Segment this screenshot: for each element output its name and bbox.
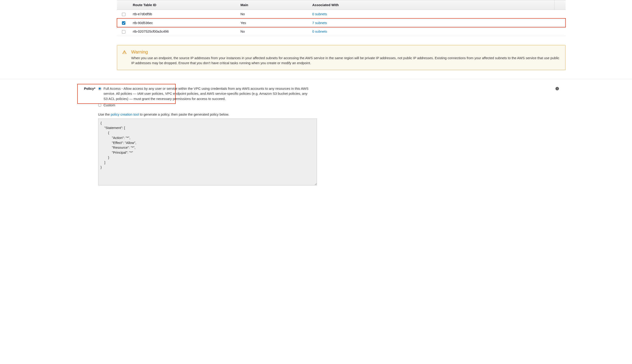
associated-with-cell: 0 subnets xyxy=(310,10,554,18)
warning-text: When you use an endpoint, the source IP … xyxy=(131,56,560,66)
table-row[interactable]: rtb-90d536ecYes7 subnets xyxy=(117,18,566,27)
route-table: Route Table ID Main Associated With rtb-… xyxy=(117,0,566,36)
route-table-id-cell: rtb-e7d0df9b xyxy=(130,10,238,18)
row-spacer xyxy=(554,27,566,36)
route-table-header-row: Route Table ID Main Associated With xyxy=(117,0,566,10)
policy-hint-prefix: Use the xyxy=(98,112,111,116)
policy-document-textarea[interactable] xyxy=(98,118,317,186)
row-checkbox[interactable] xyxy=(122,30,125,34)
row-checkbox[interactable] xyxy=(122,21,125,25)
route-table-id-cell: rtb-90d536ec xyxy=(130,18,238,27)
header-checkbox-col xyxy=(117,0,130,10)
policy-hint-suffix: to generate a policy, then paste the gen… xyxy=(139,112,229,116)
main-cell: No xyxy=(238,27,310,36)
table-row[interactable]: rtb-0207525cf00a3c496No0 subnets xyxy=(117,27,566,36)
svg-rect-2 xyxy=(557,88,558,88)
row-checkbox[interactable] xyxy=(122,13,125,16)
policy-hint: Use the policy creation tool to generate… xyxy=(98,112,560,116)
main-cell: Yes xyxy=(238,18,310,27)
header-route-table-id: Route Table ID xyxy=(130,0,238,10)
row-checkbox-cell xyxy=(117,10,130,18)
row-spacer xyxy=(554,18,566,27)
row-spacer xyxy=(554,10,566,18)
header-associated-with: Associated With xyxy=(310,0,554,10)
warning-icon xyxy=(122,50,127,55)
policy-label: Policy* xyxy=(79,86,96,90)
section-separator xyxy=(0,79,632,79)
svg-rect-1 xyxy=(557,88,558,89)
header-spacer xyxy=(554,0,566,10)
warning-title: Warning xyxy=(131,50,560,54)
header-main: Main xyxy=(238,0,310,10)
warning-box: Warning When you use an endpoint, the so… xyxy=(117,45,566,70)
radio-custom-label: Custom xyxy=(104,103,116,108)
radio-full-access[interactable] xyxy=(98,87,101,90)
info-icon[interactable] xyxy=(555,86,559,91)
main-cell: No xyxy=(238,10,310,18)
policy-creation-tool-link[interactable]: policy creation tool xyxy=(110,112,139,116)
associated-with-cell: 0 subnets xyxy=(310,27,554,36)
subnets-link[interactable]: 7 subnets xyxy=(312,21,327,25)
radio-full-access-label: Full Access - Allow access by any user o… xyxy=(104,86,312,102)
route-table-id-cell: rtb-0207525cf00a3c496 xyxy=(130,27,238,36)
policy-section: Policy* Full Access - Allow access by an… xyxy=(79,86,560,186)
subnets-link[interactable]: 0 subnets xyxy=(312,30,327,33)
associated-with-cell: 7 subnets xyxy=(310,18,554,27)
radio-custom[interactable] xyxy=(98,104,101,107)
row-checkbox-cell xyxy=(117,27,130,36)
table-row[interactable]: rtb-e7d0df9bNo0 subnets xyxy=(117,10,566,18)
row-checkbox-cell xyxy=(117,18,130,27)
route-table-section: Route Table ID Main Associated With rtb-… xyxy=(117,0,566,36)
subnets-link[interactable]: 0 subnets xyxy=(312,12,327,16)
